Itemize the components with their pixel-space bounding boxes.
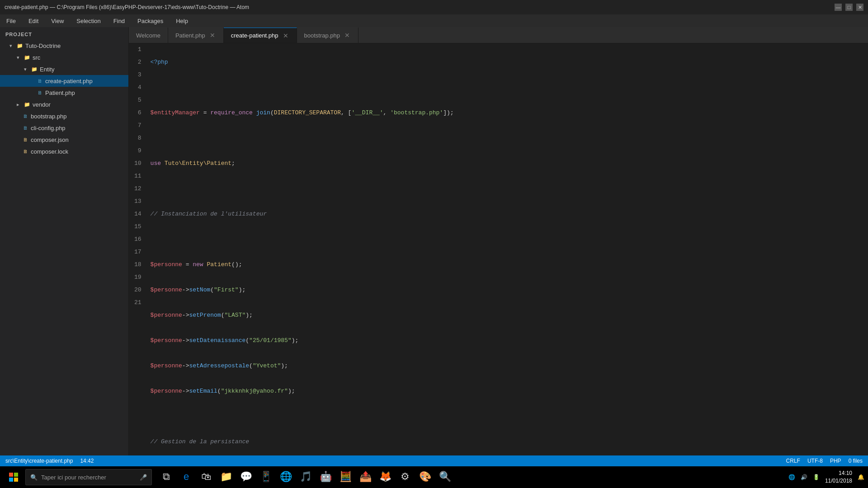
- spacer-icon: [14, 124, 20, 131]
- file-icon: 🗎: [22, 136, 29, 143]
- sidebar: Project ▾ 📁 Tuto-Doctrine ▾ 📁 src ▾ 📁 En…: [0, 27, 129, 455]
- sidebar-item-cli-config[interactable]: 🗎 cli-config.php: [0, 122, 128, 134]
- status-right: CRLF UTF-8 PHP 0 files: [786, 458, 863, 464]
- taskbar-app-explorer[interactable]: 📁: [217, 467, 235, 487]
- status-encoding: UTF-8: [807, 458, 823, 464]
- menu-edit[interactable]: Edit: [26, 17, 41, 25]
- store-icon: 🛍: [201, 471, 211, 483]
- taskbar-apps: ⧉ e 🛍 📁 💬 📱 🌐 🎵 🤖 🧮 📤: [157, 467, 454, 487]
- spacer-icon: [29, 89, 34, 96]
- folder-icon: 📁: [31, 66, 38, 73]
- microphone-icon[interactable]: 🎤: [140, 474, 147, 481]
- sidebar-label-tuto-doctrine: Tuto-Doctrine: [25, 42, 61, 49]
- tray-icon-network: 🌐: [788, 474, 795, 480]
- taskbar-app-edge[interactable]: e: [177, 467, 195, 487]
- tab-bootstrap[interactable]: bootstrap.php ✕: [297, 28, 359, 43]
- status-left: src\Entity\create-patient.php 14:42: [5, 458, 94, 464]
- taskbar-app-search2[interactable]: 🔍: [436, 467, 454, 487]
- tab-create-patient[interactable]: create-patient.php ✕: [224, 28, 297, 43]
- tray-icon-sound: 🔊: [801, 474, 807, 480]
- line-numbers: 12345 678910 1112131415 1617181920 21: [129, 43, 147, 455]
- sidebar-item-vendor[interactable]: ▸ 📁 vendor: [0, 99, 128, 110]
- minimize-button[interactable]: —: [835, 4, 842, 11]
- folder-icon: 📁: [24, 101, 31, 108]
- taskbar-app-chrome[interactable]: 🌐: [277, 467, 295, 487]
- calculator-icon: 🧮: [340, 471, 352, 483]
- spacer-icon: [14, 113, 20, 120]
- menu-help[interactable]: Help: [173, 17, 191, 25]
- spacer-icon: [14, 136, 20, 143]
- sidebar-item-src[interactable]: ▾ 📁 src: [0, 52, 128, 63]
- status-bar: src\Entity\create-patient.php 14:42 CRLF…: [0, 455, 868, 466]
- sidebar-label-vendor: vendor: [33, 101, 51, 108]
- windows-icon: [9, 472, 19, 482]
- notification-icon[interactable]: 🔔: [858, 474, 864, 480]
- skype-icon: 💬: [240, 471, 252, 483]
- file-icon: 🗎: [22, 113, 29, 120]
- chevron-down-icon: ▾: [14, 54, 22, 61]
- date-display: 11/01/2018: [825, 477, 852, 485]
- sidebar-label-composer-json: composer.json: [31, 136, 69, 143]
- status-line-col: 14:42: [80, 458, 94, 464]
- taskbar-app-calculator[interactable]: 🧮: [336, 467, 354, 487]
- taskbar-app-firefox[interactable]: 🦊: [376, 467, 394, 487]
- status-crlf: CRLF: [786, 458, 800, 464]
- code-content[interactable]: <?php $entityManager = require_once join…: [147, 43, 868, 455]
- svg-rect-3: [14, 478, 18, 482]
- tab-patient-label: Patient.php: [175, 32, 205, 39]
- filezilla-icon: 📤: [359, 471, 372, 483]
- sidebar-item-patient[interactable]: 🗎 Patient.php: [0, 87, 128, 99]
- sidebar-item-bootstrap[interactable]: 🗎 bootstrap.php: [0, 110, 128, 122]
- taskbar-app-skype[interactable]: 💬: [237, 467, 255, 487]
- sidebar-item-composer-lock[interactable]: 🗎 composer.lock: [0, 145, 128, 157]
- tab-bar: Welcome Patient.php ✕ create-patient.php…: [129, 27, 868, 43]
- sidebar-item-composer-json[interactable]: 🗎 composer.json: [0, 134, 128, 145]
- status-filepath: src\Entity\create-patient.php: [5, 458, 73, 464]
- tab-patient-close[interactable]: ✕: [209, 32, 216, 39]
- status-language: PHP: [830, 458, 841, 464]
- taskbar-app-multidesktop[interactable]: ⧉: [157, 467, 175, 487]
- taskbar-app-store[interactable]: 🛍: [197, 467, 215, 487]
- tab-patient[interactable]: Patient.php ✕: [168, 28, 224, 43]
- sidebar-item-entity[interactable]: ▾ 📁 Entity: [0, 63, 128, 75]
- tab-welcome-label: Welcome: [136, 32, 160, 39]
- firefox-icon: 🦊: [379, 471, 392, 483]
- code-editor[interactable]: 12345 678910 1112131415 1617181920 21 <?…: [129, 43, 868, 455]
- file-icon: 🗎: [36, 77, 43, 84]
- svg-rect-2: [9, 478, 13, 482]
- taskbar-app-paint[interactable]: 🎨: [416, 467, 434, 487]
- tab-welcome[interactable]: Welcome: [129, 28, 168, 43]
- taskbar-time: 14:10 11/01/2018: [825, 469, 852, 485]
- close-button[interactable]: ✕: [856, 4, 863, 11]
- search-icon: 🔍: [30, 474, 38, 481]
- taskbar-app-filezilla[interactable]: 📤: [356, 467, 374, 487]
- android-icon: 🤖: [320, 471, 332, 483]
- chevron-right-icon: ▸: [14, 101, 22, 108]
- sidebar-label-create-patient: create-patient.php: [45, 78, 93, 84]
- taskbar-app-settings2[interactable]: ⚙: [396, 467, 414, 487]
- sidebar-label-cli-config: cli-config.php: [31, 125, 66, 131]
- start-button[interactable]: [4, 467, 24, 487]
- maximize-button[interactable]: □: [845, 4, 853, 11]
- sidebar-label-patient: Patient.php: [45, 89, 75, 96]
- menu-view[interactable]: View: [48, 17, 66, 25]
- file-icon: 🗎: [22, 148, 29, 155]
- tab-bootstrap-close[interactable]: ✕: [344, 32, 351, 39]
- tab-create-patient-close[interactable]: ✕: [282, 32, 289, 39]
- taskbar-app-whatsapp[interactable]: 📱: [257, 467, 275, 487]
- search-bar[interactable]: 🔍 Taper ici pour rechercher 🎤: [25, 469, 152, 485]
- sidebar-item-tuto-doctrine[interactable]: ▾ 📁 Tuto-Doctrine: [0, 40, 128, 52]
- menu-find[interactable]: Find: [111, 17, 127, 25]
- menu-file[interactable]: File: [4, 17, 19, 25]
- taskbar-app-itunes[interactable]: 🎵: [297, 467, 315, 487]
- taskbar-app-android[interactable]: 🤖: [316, 467, 335, 487]
- taskbar-right: 🌐 🔊 🔋 14:10 11/01/2018 🔔: [788, 469, 864, 485]
- status-files: 0 files: [849, 458, 863, 464]
- sidebar-item-create-patient[interactable]: 🗎 create-patient.php: [0, 75, 128, 87]
- settings2-icon: ⚙: [401, 471, 410, 483]
- menu-selection[interactable]: Selection: [74, 17, 103, 25]
- sidebar-label-composer-lock: composer.lock: [31, 148, 68, 155]
- chrome-icon: 🌐: [280, 471, 292, 483]
- search2-icon: 🔍: [439, 471, 451, 483]
- menu-packages[interactable]: Packages: [135, 17, 166, 25]
